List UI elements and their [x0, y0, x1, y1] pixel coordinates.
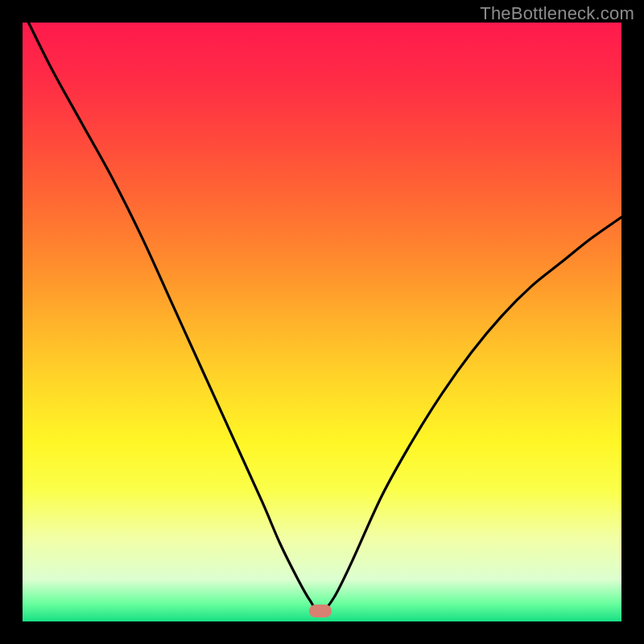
- minimum-marker: [309, 605, 332, 617]
- watermark-text: TheBottleneck.com: [480, 3, 634, 24]
- bottleneck-curve: [23, 23, 621, 621]
- chart-frame: TheBottleneck.com: [0, 0, 644, 644]
- plot-area: [23, 23, 621, 621]
